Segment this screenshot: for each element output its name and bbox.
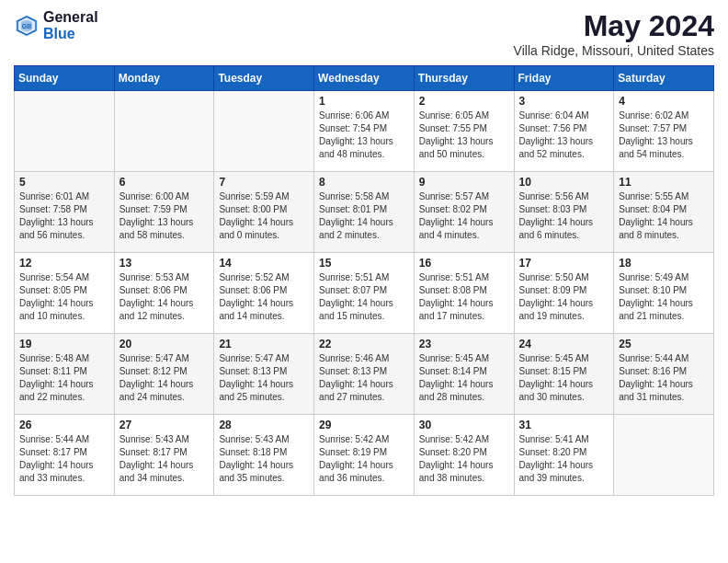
- calendar-cell: 23Sunrise: 5:45 AM Sunset: 8:14 PM Dayli…: [414, 334, 514, 415]
- cell-details: Sunrise: 5:54 AM Sunset: 8:05 PM Dayligh…: [19, 271, 109, 323]
- day-number: 4: [619, 95, 709, 108]
- cell-details: Sunrise: 6:01 AM Sunset: 7:58 PM Dayligh…: [19, 190, 109, 242]
- cell-details: Sunrise: 6:04 AM Sunset: 7:56 PM Dayligh…: [519, 109, 609, 161]
- cell-details: Sunrise: 5:46 AM Sunset: 8:13 PM Dayligh…: [319, 352, 409, 404]
- cell-details: Sunrise: 5:51 AM Sunset: 8:07 PM Dayligh…: [319, 271, 409, 323]
- day-number: 17: [519, 257, 609, 270]
- day-number: 28: [219, 419, 309, 431]
- calendar-table: SundayMondayTuesdayWednesdayThursdayFrid…: [14, 65, 714, 496]
- day-number: 7: [219, 176, 309, 189]
- day-number: 16: [419, 257, 509, 270]
- day-number: 10: [519, 176, 609, 189]
- location: Villa Ridge, Missouri, United States: [514, 43, 714, 58]
- weekday-header-sunday: Sunday: [15, 66, 115, 91]
- cell-details: Sunrise: 5:43 AM Sunset: 8:18 PM Dayligh…: [219, 433, 309, 485]
- calendar-cell: 29Sunrise: 5:42 AM Sunset: 8:19 PM Dayli…: [314, 415, 415, 496]
- calendar-cell: 2Sunrise: 6:05 AM Sunset: 7:55 PM Daylig…: [414, 91, 514, 172]
- calendar-cell: 7Sunrise: 5:59 AM Sunset: 8:00 PM Daylig…: [214, 172, 314, 253]
- cell-details: Sunrise: 5:47 AM Sunset: 8:12 PM Dayligh…: [119, 352, 210, 404]
- cell-details: Sunrise: 5:41 AM Sunset: 8:20 PM Dayligh…: [519, 433, 609, 485]
- day-number: 20: [119, 338, 210, 350]
- day-number: 26: [19, 419, 109, 431]
- calendar-cell: 30Sunrise: 5:42 AM Sunset: 8:20 PM Dayli…: [414, 415, 514, 496]
- calendar-cell: 20Sunrise: 5:47 AM Sunset: 8:12 PM Dayli…: [114, 334, 214, 415]
- calendar-week-row: 5Sunrise: 6:01 AM Sunset: 7:58 PM Daylig…: [15, 172, 714, 253]
- page-header: GB General Blue May 2024 Villa Ridge, Mi…: [14, 9, 714, 58]
- calendar-cell: 10Sunrise: 5:56 AM Sunset: 8:03 PM Dayli…: [514, 172, 614, 253]
- day-number: 24: [519, 338, 609, 350]
- calendar-cell: 21Sunrise: 5:47 AM Sunset: 8:13 PM Dayli…: [214, 334, 314, 415]
- calendar-cell: 11Sunrise: 5:55 AM Sunset: 8:04 PM Dayli…: [614, 172, 714, 253]
- calendar-week-row: 12Sunrise: 5:54 AM Sunset: 8:05 PM Dayli…: [15, 253, 714, 334]
- calendar-cell: 24Sunrise: 5:45 AM Sunset: 8:15 PM Dayli…: [514, 334, 614, 415]
- calendar-cell: 9Sunrise: 5:57 AM Sunset: 8:02 PM Daylig…: [414, 172, 514, 253]
- calendar-cell: 15Sunrise: 5:51 AM Sunset: 8:07 PM Dayli…: [314, 253, 415, 334]
- cell-details: Sunrise: 5:44 AM Sunset: 8:16 PM Dayligh…: [619, 352, 709, 404]
- calendar-cell: [214, 91, 314, 172]
- calendar-cell: 18Sunrise: 5:49 AM Sunset: 8:10 PM Dayli…: [614, 253, 714, 334]
- calendar-cell: 25Sunrise: 5:44 AM Sunset: 8:16 PM Dayli…: [614, 334, 714, 415]
- day-number: 21: [219, 338, 309, 350]
- logo: GB General Blue: [14, 9, 98, 41]
- calendar-cell: 5Sunrise: 6:01 AM Sunset: 7:58 PM Daylig…: [15, 172, 115, 253]
- weekday-header-tuesday: Tuesday: [214, 66, 314, 91]
- cell-details: Sunrise: 5:49 AM Sunset: 8:10 PM Dayligh…: [619, 271, 709, 323]
- day-number: 23: [419, 338, 509, 350]
- day-number: 25: [619, 338, 709, 350]
- day-number: 12: [19, 257, 109, 270]
- day-number: 18: [619, 257, 709, 270]
- cell-details: Sunrise: 5:55 AM Sunset: 8:04 PM Dayligh…: [619, 190, 709, 242]
- weekday-header-friday: Friday: [514, 66, 614, 91]
- day-number: 30: [419, 419, 509, 431]
- calendar-cell: 12Sunrise: 5:54 AM Sunset: 8:05 PM Dayli…: [15, 253, 115, 334]
- weekday-header-wednesday: Wednesday: [314, 66, 415, 91]
- day-number: 2: [419, 95, 509, 108]
- calendar-cell: 4Sunrise: 6:02 AM Sunset: 7:57 PM Daylig…: [614, 91, 714, 172]
- calendar-cell: [15, 91, 115, 172]
- calendar-cell: 16Sunrise: 5:51 AM Sunset: 8:08 PM Dayli…: [414, 253, 514, 334]
- cell-details: Sunrise: 5:45 AM Sunset: 8:14 PM Dayligh…: [419, 352, 509, 404]
- cell-details: Sunrise: 5:42 AM Sunset: 8:19 PM Dayligh…: [319, 433, 409, 485]
- cell-details: Sunrise: 5:59 AM Sunset: 8:00 PM Dayligh…: [219, 190, 309, 242]
- day-number: 1: [319, 95, 409, 108]
- logo-blue: Blue: [43, 26, 98, 42]
- weekday-header-saturday: Saturday: [614, 66, 714, 91]
- calendar-cell: 17Sunrise: 5:50 AM Sunset: 8:09 PM Dayli…: [514, 253, 614, 334]
- cell-details: Sunrise: 5:57 AM Sunset: 8:02 PM Dayligh…: [419, 190, 509, 242]
- cell-details: Sunrise: 6:00 AM Sunset: 7:59 PM Dayligh…: [119, 190, 210, 242]
- title-block: May 2024 Villa Ridge, Missouri, United S…: [514, 9, 714, 58]
- calendar-cell: 31Sunrise: 5:41 AM Sunset: 8:20 PM Dayli…: [514, 415, 614, 496]
- calendar-week-row: 1Sunrise: 6:06 AM Sunset: 7:54 PM Daylig…: [15, 91, 714, 172]
- day-number: 27: [119, 419, 210, 431]
- logo-general: General: [43, 9, 98, 26]
- calendar-cell: 1Sunrise: 6:06 AM Sunset: 7:54 PM Daylig…: [314, 91, 415, 172]
- cell-details: Sunrise: 5:51 AM Sunset: 8:08 PM Dayligh…: [419, 271, 509, 323]
- day-number: 6: [119, 176, 210, 189]
- cell-details: Sunrise: 5:50 AM Sunset: 8:09 PM Dayligh…: [519, 271, 609, 323]
- cell-details: Sunrise: 5:44 AM Sunset: 8:17 PM Dayligh…: [19, 433, 109, 485]
- day-number: 19: [19, 338, 109, 350]
- calendar-cell: 27Sunrise: 5:43 AM Sunset: 8:17 PM Dayli…: [114, 415, 214, 496]
- day-number: 15: [319, 257, 409, 270]
- calendar-cell: 8Sunrise: 5:58 AM Sunset: 8:01 PM Daylig…: [314, 172, 415, 253]
- cell-details: Sunrise: 5:45 AM Sunset: 8:15 PM Dayligh…: [519, 352, 609, 404]
- day-number: 13: [119, 257, 210, 270]
- day-number: 5: [19, 176, 109, 189]
- weekday-header-row: SundayMondayTuesdayWednesdayThursdayFrid…: [15, 66, 714, 91]
- calendar-cell: 6Sunrise: 6:00 AM Sunset: 7:59 PM Daylig…: [114, 172, 214, 253]
- cell-details: Sunrise: 6:05 AM Sunset: 7:55 PM Dayligh…: [419, 109, 509, 161]
- day-number: 22: [319, 338, 409, 350]
- calendar-cell: 26Sunrise: 5:44 AM Sunset: 8:17 PM Dayli…: [15, 415, 115, 496]
- day-number: 3: [519, 95, 609, 108]
- calendar-cell: 19Sunrise: 5:48 AM Sunset: 8:11 PM Dayli…: [15, 334, 115, 415]
- calendar-cell: [114, 91, 214, 172]
- calendar-cell: [614, 415, 714, 496]
- day-number: 9: [419, 176, 509, 189]
- calendar-cell: 14Sunrise: 5:52 AM Sunset: 8:06 PM Dayli…: [214, 253, 314, 334]
- calendar-week-row: 26Sunrise: 5:44 AM Sunset: 8:17 PM Dayli…: [15, 415, 714, 496]
- cell-details: Sunrise: 5:58 AM Sunset: 8:01 PM Dayligh…: [319, 190, 409, 242]
- day-number: 14: [219, 257, 309, 270]
- cell-details: Sunrise: 5:42 AM Sunset: 8:20 PM Dayligh…: [419, 433, 509, 485]
- calendar-cell: 22Sunrise: 5:46 AM Sunset: 8:13 PM Dayli…: [314, 334, 415, 415]
- calendar-cell: 13Sunrise: 5:53 AM Sunset: 8:06 PM Dayli…: [114, 253, 214, 334]
